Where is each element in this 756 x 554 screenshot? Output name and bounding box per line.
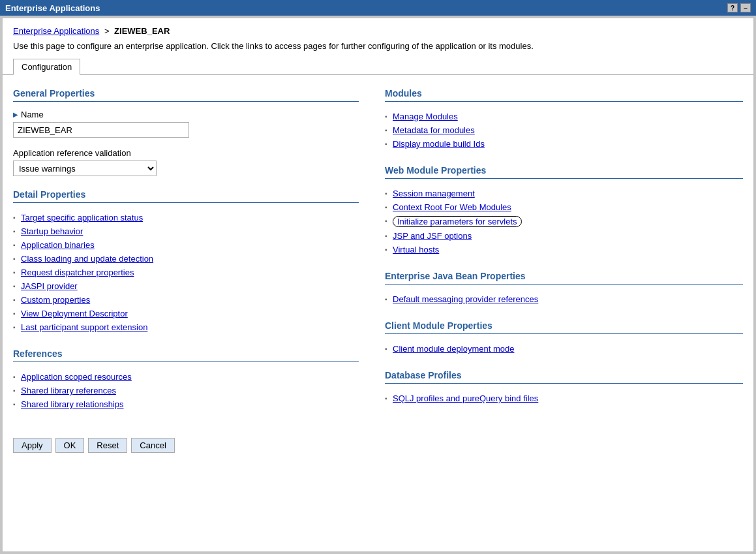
list-item: Request dispatcher properties [13, 266, 359, 279]
minimize-button[interactable]: – [740, 3, 751, 12]
database-links: SQLJ profiles and pureQuery bind files [385, 392, 743, 405]
link-display-module-build-ids[interactable]: Display module build Ids [393, 139, 485, 149]
web-module-heading: Web Module Properties [385, 165, 743, 179]
title-bar: Enterprise Applications ? – [0, 0, 756, 16]
name-label: ▶ Name [13, 110, 359, 119]
app-ref-label: Application reference validation [13, 148, 359, 158]
link-context-root[interactable]: Context Root For Web Modules [393, 202, 511, 212]
general-properties-heading: General Properties [13, 88, 359, 102]
link-view-deployment-descriptor[interactable]: View Deployment Descriptor [21, 309, 128, 318]
link-custom-properties[interactable]: Custom properties [21, 295, 90, 305]
list-item: Display module build Ids [385, 137, 743, 151]
client-links: Client module deployment mode [385, 342, 743, 356]
list-item: Default messaging provider references [385, 292, 743, 306]
reset-button[interactable]: Reset [88, 438, 127, 453]
tab-configuration[interactable]: Configuration [13, 59, 80, 75]
name-label-text: Name [21, 110, 44, 119]
references-heading: References [13, 348, 359, 362]
list-item: Shared library relationships [13, 397, 359, 411]
link-jaspi-provider[interactable]: JASPI provider [21, 281, 78, 291]
list-item: Metadata for modules [385, 123, 743, 137]
general-properties-section: General Properties ▶ Name Application re… [13, 88, 359, 176]
client-heading: Client Module Properties [385, 320, 743, 334]
list-item: Last participant support extension [13, 320, 359, 334]
detail-properties-section: Detail Properties Target specific applic… [13, 189, 359, 334]
list-item: Context Root For Web Modules [385, 200, 743, 214]
link-session-management[interactable]: Session management [393, 189, 475, 198]
link-virtual-hosts[interactable]: Virtual hosts [393, 245, 439, 254]
link-sqlj-profiles[interactable]: SQLJ profiles and pureQuery bind files [393, 393, 538, 403]
name-triangle: ▶ [13, 111, 18, 118]
modules-heading: Modules [385, 88, 743, 102]
cancel-button[interactable]: Cancel [131, 438, 174, 453]
list-item: Custom properties [13, 293, 359, 307]
highlighted-link: Initialize parameters for servlets [393, 216, 522, 227]
name-field-group: ▶ Name [13, 110, 359, 138]
link-application-binaries[interactable]: Application binaries [21, 240, 95, 250]
right-column: Modules Manage Modules Metadata for modu… [385, 88, 743, 420]
left-column: General Properties ▶ Name Application re… [13, 88, 359, 420]
list-item: Session management [385, 187, 743, 200]
link-manage-modules[interactable]: Manage Modules [393, 112, 458, 121]
list-item: Target specific application status [13, 211, 359, 224]
link-last-participant[interactable]: Last participant support extension [21, 322, 147, 332]
link-jsp-jsf-options[interactable]: JSP and JSF options [393, 231, 472, 241]
list-item: Application scoped resources [13, 370, 359, 384]
page-description: Use this page to configure an enterprise… [3, 40, 753, 56]
list-item: View Deployment Descriptor [13, 307, 359, 320]
link-startup-behavior[interactable]: Startup behavior [21, 226, 83, 236]
modules-section: Modules Manage Modules Metadata for modu… [385, 88, 743, 151]
link-class-loading[interactable]: Class loading and update detection [21, 254, 153, 264]
list-item: Startup behavior [13, 224, 359, 238]
ejb-heading: Enterprise Java Bean Properties [385, 271, 743, 285]
name-input[interactable] [13, 122, 189, 138]
link-client-module-deployment[interactable]: Client module deployment mode [393, 344, 514, 354]
apply-button[interactable]: Apply [13, 438, 52, 453]
ok-button[interactable]: OK [55, 438, 85, 453]
tabs-bar: Configuration [3, 56, 753, 75]
link-shared-library-relationships[interactable]: Shared library relationships [21, 399, 124, 409]
list-item: Virtual hosts [385, 243, 743, 256]
list-item: SQLJ profiles and pureQuery bind files [385, 392, 743, 405]
link-default-messaging[interactable]: Default messaging provider references [393, 294, 538, 304]
list-item: Client module deployment mode [385, 342, 743, 356]
list-item: JASPI provider [13, 279, 359, 293]
detail-properties-links: Target specific application status Start… [13, 211, 359, 334]
list-item: Manage Modules [385, 110, 743, 123]
breadcrumb: Enterprise Applications > ZIEWEB_EAR [3, 18, 753, 40]
link-shared-library-references[interactable]: Shared library references [21, 386, 116, 395]
client-section: Client Module Properties Client module d… [385, 320, 743, 356]
content-area: Enterprise Applications > ZIEWEB_EAR Use… [3, 18, 753, 551]
list-item: Class loading and update detection [13, 252, 359, 266]
web-module-links: Session management Context Root For Web … [385, 187, 743, 256]
list-item: Shared library references [13, 384, 359, 397]
link-app-scoped-resources[interactable]: Application scoped resources [21, 372, 132, 382]
detail-properties-heading: Detail Properties [13, 189, 359, 203]
buttons-area: Apply OK Reset Cancel [3, 430, 753, 466]
list-item: Initialize parameters for servlets [385, 214, 743, 229]
app-ref-select[interactable]: Issue warnings Do not issue warnings Sto… [13, 161, 157, 176]
list-item: JSP and JSF options [385, 229, 743, 243]
breadcrumb-link[interactable]: Enterprise Applications [13, 26, 99, 36]
ejb-links: Default messaging provider references [385, 292, 743, 306]
help-button[interactable]: ? [727, 3, 738, 12]
database-section: Database Profiles SQLJ profiles and pure… [385, 370, 743, 405]
app-ref-field-group: Application reference validation Issue w… [13, 148, 359, 176]
web-module-section: Web Module Properties Session management… [385, 165, 743, 256]
link-target-specific[interactable]: Target specific application status [21, 213, 143, 223]
main-panel: General Properties ▶ Name Application re… [3, 75, 753, 430]
link-metadata-modules[interactable]: Metadata for modules [393, 125, 475, 135]
breadcrumb-separator: > [104, 26, 110, 36]
references-section: References Application scoped resources … [13, 348, 359, 411]
link-request-dispatcher[interactable]: Request dispatcher properties [21, 268, 134, 277]
database-heading: Database Profiles [385, 370, 743, 384]
breadcrumb-current: ZIEWEB_EAR [114, 26, 170, 36]
list-item: Application binaries [13, 238, 359, 252]
link-initialize-params[interactable]: Initialize parameters for servlets [393, 217, 522, 226]
ejb-section: Enterprise Java Bean Properties Default … [385, 271, 743, 306]
main-window: Enterprise Applications ? – Enterprise A… [0, 0, 756, 554]
modules-links: Manage Modules Metadata for modules Disp… [385, 110, 743, 151]
references-links: Application scoped resources Shared libr… [13, 370, 359, 411]
window-title: Enterprise Applications [5, 3, 100, 13]
title-bar-controls: ? – [727, 3, 751, 12]
